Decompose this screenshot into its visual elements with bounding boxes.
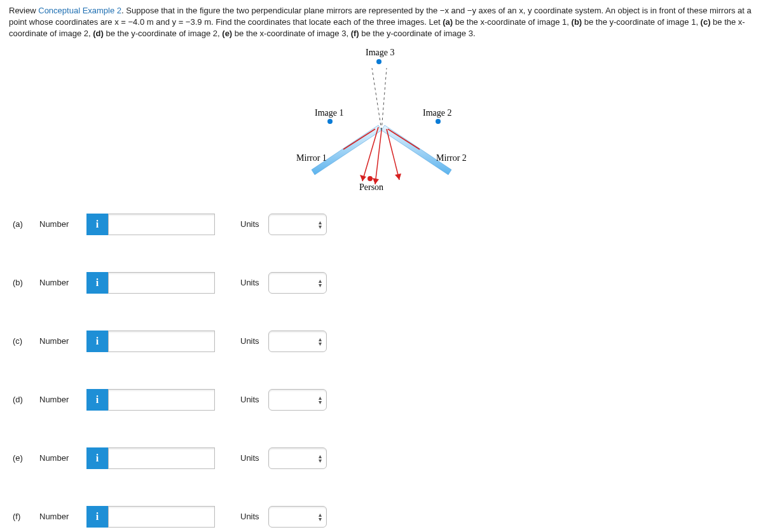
part-label: (c)	[9, 336, 39, 346]
mirror-figure: Image 3 Image 1 Image 2 Mirror 1 Mirror …	[280, 48, 483, 194]
part-label: (b)	[9, 278, 39, 287]
number-label: Number	[39, 453, 86, 463]
svg-line-2	[372, 68, 382, 130]
dot-person	[368, 176, 373, 181]
number-label: Number	[39, 395, 86, 404]
units-label: Units	[240, 512, 268, 521]
info-button[interactable]: i	[86, 447, 108, 469]
number-input-c[interactable]	[108, 331, 215, 352]
svg-marker-7	[360, 175, 366, 181]
units-label: Units	[240, 278, 268, 287]
units-select-b[interactable]	[268, 272, 327, 294]
part-label: (f)	[9, 512, 39, 521]
number-label: Number	[39, 336, 86, 346]
units-select-d[interactable]	[268, 389, 327, 411]
number-input-f[interactable]	[108, 506, 215, 528]
units-select-c[interactable]	[268, 331, 327, 352]
info-button[interactable]: i	[86, 272, 108, 294]
question-text: Review Conceptual Example 2. Suppose tha…	[9, 5, 754, 40]
text-b: be the y-coordinate of image 1,	[582, 17, 700, 27]
units-label: Units	[240, 336, 268, 346]
question-prefix: Review	[9, 6, 38, 15]
number-input-b[interactable]	[108, 272, 215, 294]
answer-row-b: (b) Number i Units ▴▾	[9, 271, 754, 294]
label-mirror1: Mirror 1	[296, 153, 327, 163]
figure-svg	[280, 48, 483, 194]
dot-image2	[436, 119, 441, 124]
label-person: Person	[359, 182, 383, 193]
svg-line-11	[388, 129, 420, 149]
text-d: be the y-coordinate of image 2,	[104, 29, 222, 38]
answer-row-c: (c) Number i Units ▴▾	[9, 330, 754, 353]
label-image1: Image 1	[315, 108, 343, 118]
part-label: (d)	[9, 395, 39, 404]
dot-image3	[376, 59, 382, 64]
units-select-a[interactable]	[268, 214, 327, 235]
number-label: Number	[39, 512, 86, 521]
part-d-bold: (d)	[93, 29, 104, 38]
dot-image1	[327, 119, 333, 124]
answer-row-f: (f) Number i Units ▴▾	[9, 505, 754, 528]
svg-line-10	[343, 129, 375, 149]
info-button[interactable]: i	[86, 506, 108, 528]
conceptual-example-link[interactable]: Conceptual Example 2	[38, 6, 121, 15]
units-select-e[interactable]	[268, 447, 327, 469]
number-input-a[interactable]	[108, 214, 215, 235]
label-image2: Image 2	[423, 108, 451, 118]
answer-row-e: (e) Number i Units ▴▾	[9, 447, 754, 470]
info-button[interactable]: i	[86, 389, 108, 411]
answers-section: (a) Number i Units ▴▾ (b) Number i Units…	[9, 213, 754, 528]
svg-marker-9	[395, 174, 401, 180]
text-a: be the x-coordinate of image 1,	[453, 17, 571, 27]
figure-container: Image 3 Image 1 Image 2 Mirror 1 Mirror …	[9, 48, 754, 194]
svg-line-3	[382, 68, 387, 130]
units-label: Units	[240, 453, 268, 463]
number-label: Number	[39, 219, 86, 229]
label-image3: Image 3	[366, 48, 394, 58]
text-f: be the y-coordinate of image 3.	[359, 29, 476, 38]
part-f-bold: (f)	[351, 29, 359, 38]
svg-marker-0	[312, 125, 382, 175]
svg-line-5	[375, 130, 382, 184]
number-input-d[interactable]	[108, 389, 215, 411]
number-label: Number	[39, 278, 86, 287]
info-button[interactable]: i	[86, 214, 108, 235]
text-e: be the x-coordinate of image 3,	[232, 29, 350, 38]
number-input-e[interactable]	[108, 447, 215, 469]
part-e-bold: (e)	[222, 29, 232, 38]
part-label: (e)	[9, 453, 39, 463]
part-a-bold: (a)	[443, 17, 453, 27]
answer-row-d: (d) Number i Units ▴▾	[9, 388, 754, 411]
label-mirror2: Mirror 2	[436, 153, 467, 163]
info-button[interactable]: i	[86, 331, 108, 352]
part-b-bold: (b)	[572, 17, 582, 27]
answer-row-a: (a) Number i Units ▴▾	[9, 213, 754, 236]
units-select-f[interactable]	[268, 506, 327, 528]
part-c-bold: (c)	[701, 17, 711, 27]
units-label: Units	[240, 219, 268, 229]
part-label: (a)	[9, 219, 39, 229]
units-label: Units	[240, 395, 268, 404]
